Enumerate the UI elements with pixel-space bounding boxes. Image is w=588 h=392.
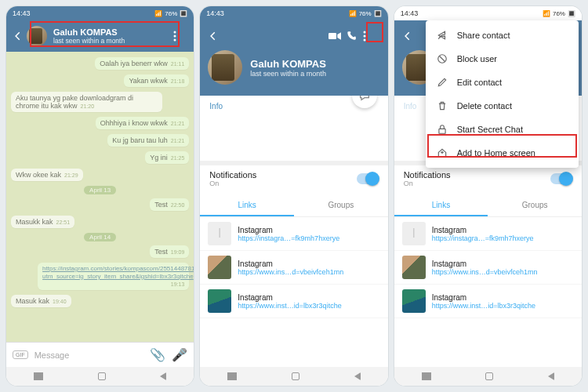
menu-item-label: Edit contact <box>457 78 502 87</box>
nav-home-icon[interactable] <box>98 372 106 380</box>
avatar[interactable] <box>208 50 242 85</box>
notifications-row[interactable]: Notifications On <box>200 161 387 195</box>
date-chip: April 14 <box>11 233 189 241</box>
phone-chat: 14:43 📶76%🔳 Galuh KOMPAS last seen withi… <box>6 6 194 386</box>
link-url: https://www.inst…id=lbx3r3qitche <box>238 302 379 310</box>
menu-item-share[interactable]: Share contact <box>426 24 579 47</box>
message-row[interactable]: Ku jg baru tau luh21:21 <box>11 132 189 149</box>
svg-point-6 <box>363 39 365 42</box>
phone-profile-menu: 14:43 📶76%🔳 Share contact Block user Edi… <box>394 6 582 386</box>
message-row[interactable]: Masuk kak19:40 <box>11 292 189 310</box>
menu-item-lock[interactable]: Start Secret Chat <box>426 118 579 141</box>
svg-point-0 <box>174 31 176 34</box>
mic-icon[interactable]: 🎤 <box>172 347 187 362</box>
nav-back-icon[interactable] <box>354 372 361 380</box>
nav-recent-icon[interactable] <box>422 372 431 380</box>
link-url: https://instagra…=fk9mh7hxerye <box>432 234 574 242</box>
message-row[interactable]: https://instagram.com/stories/kompascom/… <box>11 260 189 292</box>
menu-item-block[interactable]: Block user <box>426 47 579 71</box>
message-row[interactable]: Masukk kak22:51 <box>11 213 189 230</box>
link-row[interactable]: Instagram https://www.inst…id=lbx3r3qitc… <box>394 285 582 318</box>
nav-home-icon[interactable] <box>292 372 299 380</box>
message-row[interactable]: Wkw okee kak21:29 <box>11 166 189 183</box>
svg-point-1 <box>174 35 176 38</box>
link-thumb <box>208 256 231 279</box>
nav-recent-icon[interactable] <box>227 372 237 380</box>
profile-header: Galuh KOMPAS last seen within a month <box>200 20 387 96</box>
link-url: https://www.inst…id=lbx3r3qitche <box>432 302 574 310</box>
voice-call-icon[interactable] <box>346 31 363 42</box>
status-bar: 14:43 📶76%🔳 <box>394 6 582 20</box>
chat-title-block[interactable]: Galuh KOMPAS last seen within a month <box>53 27 173 45</box>
chat-body[interactable]: Oalah iya benerr wkw21:11Yakan wkwk21:18… <box>6 52 194 342</box>
message-row[interactable]: Yg ini21:25 <box>11 149 189 166</box>
link-title: Instagram <box>432 226 574 234</box>
link-thumb: I <box>402 222 426 245</box>
gif-button[interactable]: GIF <box>13 350 28 359</box>
link-row[interactable]: Instagram https://www.inst…id=lbx3r3qitc… <box>200 285 387 318</box>
menu-item-label: Start Secret Chat <box>457 125 523 134</box>
back-icon[interactable] <box>208 31 328 42</box>
message-row[interactable]: Test22:50 <box>11 196 189 213</box>
nav-home-icon[interactable] <box>485 372 493 380</box>
nav-recent-icon[interactable] <box>34 372 43 380</box>
notifications-value: On <box>209 180 356 187</box>
more-icon[interactable] <box>173 31 187 42</box>
back-icon[interactable] <box>13 31 24 42</box>
message-row[interactable]: Test19:09 <box>11 243 189 260</box>
link-title: Instagram <box>238 293 379 302</box>
notifications-toggle[interactable] <box>357 173 379 184</box>
link-title: Instagram <box>238 226 379 234</box>
android-navbar <box>200 367 387 386</box>
menu-item-home[interactable]: Add to Home screen <box>426 141 579 165</box>
tab-groups[interactable]: Groups <box>294 195 388 216</box>
more-icon[interactable] <box>363 31 380 42</box>
link-row[interactable]: Instagram https://www.ins…d=vbeivfceh1mn <box>394 251 582 285</box>
status-icons: 📶76%🔳 <box>154 10 187 17</box>
nav-back-icon[interactable] <box>160 372 166 380</box>
link-row[interactable]: I Instagram https://instagra…=fk9mh7hxer… <box>394 217 582 251</box>
link-thumb: I <box>208 222 231 245</box>
message-row[interactable]: Oalah iya benerr wkw21:11 <box>11 55 189 72</box>
chat-header[interactable]: Galuh KOMPAS last seen within a month <box>6 20 194 52</box>
delete-icon <box>437 100 448 111</box>
link-url: https://www.ins…d=vbeivfceh1mn <box>238 268 379 276</box>
edit-icon <box>437 77 448 88</box>
link-url: https://instagra…=fk9mh7hxerye <box>238 234 379 242</box>
date-chip: April 13 <box>11 186 189 194</box>
menu-item-label: Delete contact <box>457 101 512 111</box>
message-row[interactable]: Yakan wkwk21:18 <box>11 72 189 89</box>
link-url: https://www.ins…d=vbeivfceh1mn <box>432 268 574 276</box>
message-row[interactable]: Aku taunya yg pake downloadgram di chrom… <box>11 89 189 114</box>
menu-item-label: Add to Home screen <box>457 148 535 158</box>
video-call-icon[interactable] <box>328 31 346 41</box>
svg-point-2 <box>174 39 176 42</box>
notifications-toggle[interactable] <box>550 173 572 184</box>
tab-links[interactable]: Links <box>394 195 488 216</box>
message-input-bar: GIF Message 📎 🎤 <box>6 342 194 367</box>
share-icon <box>437 30 448 41</box>
svg-rect-3 <box>328 33 336 39</box>
attach-icon[interactable]: 📎 <box>150 347 165 362</box>
contact-name: Galuh KOMPAS <box>53 27 173 37</box>
message-input[interactable]: Message <box>34 350 144 360</box>
context-menu: Share contact Block user Edit contact De… <box>426 20 579 168</box>
avatar[interactable] <box>27 26 47 46</box>
last-seen: last seen within a month <box>53 37 173 45</box>
message-row[interactable]: Ohhhiya i know wkwk21:21 <box>11 114 189 132</box>
link-row[interactable]: Instagram https://www.ins…d=vbeivfceh1mn <box>200 251 387 285</box>
block-icon <box>437 53 448 64</box>
menu-item-edit[interactable]: Edit contact <box>426 71 579 94</box>
link-thumb <box>402 256 426 279</box>
svg-rect-8 <box>439 129 445 133</box>
menu-item-delete[interactable]: Delete contact <box>426 94 579 118</box>
link-row[interactable]: I Instagram https://instagra…=fk9mh7hxer… <box>200 217 387 251</box>
home-icon <box>437 147 448 158</box>
link-title: Instagram <box>432 293 574 302</box>
tab-groups[interactable]: Groups <box>488 195 582 216</box>
menu-item-label: Block user <box>457 54 497 64</box>
nav-back-icon[interactable] <box>548 372 554 380</box>
svg-point-5 <box>363 35 365 38</box>
tab-links[interactable]: Links <box>200 195 294 216</box>
link-title: Instagram <box>432 260 574 268</box>
